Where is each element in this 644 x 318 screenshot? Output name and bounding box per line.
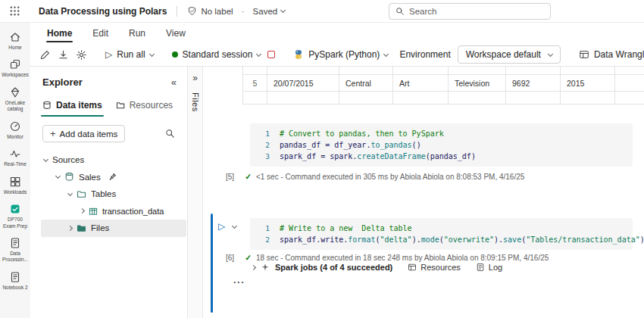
- rail-label: Notebook 2: [2, 285, 27, 291]
- play-icon: ▷: [105, 50, 112, 59]
- chevron-down-icon: [280, 8, 286, 13]
- home-icon: [9, 31, 21, 43]
- rail-label: Data Processin...: [1, 251, 30, 263]
- lakehouse-icon: [64, 172, 74, 182]
- tab-run[interactable]: Run: [129, 23, 145, 43]
- tree-node-transaction-data[interactable]: transaction_data: [41, 203, 186, 220]
- tab-resources[interactable]: Resources: [110, 95, 179, 117]
- chevron-down-icon: [43, 157, 48, 162]
- plus-icon: +: [50, 129, 56, 139]
- navigation-rail: Home Workspaces OneLake catalog Monitor …: [0, 23, 30, 318]
- rail-item-notebook-current[interactable]: Data Processin...: [0, 233, 30, 267]
- rail-item-monitor[interactable]: Monitor: [0, 117, 30, 144]
- search-input[interactable]: [409, 7, 544, 16]
- code-line: 1# Convert to pandas, then to PySpark: [256, 128, 627, 139]
- chevron-down-icon[interactable]: [232, 223, 237, 228]
- sensitivity-label-button[interactable]: No label: [187, 6, 233, 16]
- grid-row-clipped: [243, 67, 644, 75]
- execution-count: [6]: [226, 254, 234, 262]
- log-button[interactable]: Log: [476, 263, 502, 272]
- notebook-icon: [9, 237, 21, 249]
- pin-icon[interactable]: [108, 173, 117, 181]
- top-bar: Data Processing using Polars No label · …: [0, 0, 644, 23]
- code-line: 2pandas_df = df_year.to_pandas(): [256, 139, 627, 151]
- monitor-icon: [9, 120, 21, 132]
- rail-label: Home: [8, 45, 21, 51]
- resources-button[interactable]: Resources: [408, 263, 461, 272]
- cell-2-controls: ▷: [218, 222, 236, 231]
- cell-2-status: [6] ✓ 18 sec - Command executed in 18 se…: [226, 253, 549, 262]
- environment-button[interactable]: Environment: [399, 49, 450, 60]
- rail-item-workspaces[interactable]: Workspaces: [0, 55, 30, 82]
- real-time-icon: [9, 148, 21, 160]
- gear-icon: [76, 49, 87, 61]
- pen-icon: [39, 49, 51, 61]
- tab-view[interactable]: View: [166, 23, 186, 43]
- spark-jobs-label[interactable]: Spark jobs (4 of 4 succeeded): [275, 263, 392, 272]
- cell-1-status: [5] ✓ <1 sec - Command executed in 305 m…: [226, 172, 524, 181]
- expand-jobs-icon[interactable]: [251, 264, 256, 270]
- ribbon-toolbar: ▷ Run all Standard session PySpark (Pyth…: [30, 43, 644, 67]
- grid-cell: Television: [449, 75, 506, 91]
- workspaces-icon: [9, 58, 21, 70]
- save-status-text: Saved: [253, 7, 278, 16]
- rail-item-workspace-dp700[interactable]: DP700 Exam Prep: [0, 199, 30, 233]
- rail-item-real-time[interactable]: Real-Time: [0, 144, 30, 171]
- add-data-items-button[interactable]: + Add data items: [42, 125, 125, 142]
- tree-node-sales-lakehouse[interactable]: Sales: [41, 169, 186, 186]
- run-cell-button[interactable]: ▷: [218, 222, 225, 231]
- workspace-default-dropdown[interactable]: Workspace default: [458, 45, 561, 64]
- tab-edit[interactable]: Edit: [92, 23, 108, 43]
- line-number: 2: [256, 234, 270, 245]
- fabric-notebook-window: Data Processing using Polars No label · …: [0, 0, 644, 318]
- tree-node-tables-folder[interactable]: Tables: [41, 186, 186, 203]
- code-text: pandas_df = df_year.to_pandas(): [280, 139, 421, 151]
- chevron-down-icon: [67, 191, 73, 196]
- notebook-canvas: 5 20/07/2015 Central Art Television 9692…: [203, 67, 644, 318]
- session-label: Standard session: [183, 49, 253, 60]
- chevron-right-icon: [67, 226, 73, 231]
- collapse-explorer-button[interactable]: «: [171, 76, 177, 88]
- code-cell-2-editor[interactable]: 1# Write to a new Delta table2spark_df.w…: [250, 218, 633, 250]
- tree-node-sources[interactable]: Sources: [41, 151, 186, 169]
- cell-status-text: 18 sec - Command executed in 18 sec 248 …: [256, 254, 549, 262]
- explorer-search-icon[interactable]: [165, 129, 175, 139]
- rail-item-notebook-2[interactable]: Notebook 2: [0, 267, 30, 295]
- search-icon: [395, 7, 405, 16]
- rail-item-onelake-catalog[interactable]: OneLake catalog: [0, 83, 30, 117]
- global-search[interactable]: [389, 3, 551, 20]
- files-side-tab[interactable]: » Files: [188, 67, 203, 318]
- settings-button[interactable]: [76, 49, 87, 61]
- pen-button[interactable]: [39, 49, 51, 61]
- data-wrangler-button[interactable]: Data Wrangler: [579, 49, 644, 60]
- code-line: 1# Write to a new Delta table: [256, 223, 627, 234]
- session-status-button[interactable]: Standard session: [172, 49, 261, 60]
- cell-status-text: <1 sec - Command executed in 305 ms by A…: [256, 173, 524, 181]
- notebook-title: Data Processing using Polars: [39, 6, 167, 17]
- line-number: 2: [256, 139, 270, 151]
- expand-panel-icon[interactable]: »: [192, 73, 198, 83]
- app-launcher-icon[interactable]: [9, 5, 21, 17]
- tab-home[interactable]: Home: [47, 23, 72, 43]
- resources-icon: [408, 263, 417, 272]
- tree-node-label: Files: [91, 223, 109, 232]
- line-number: 3: [256, 151, 270, 162]
- rail-item-workloads[interactable]: Workloads: [0, 172, 30, 199]
- save-status-button[interactable]: Saved: [253, 7, 286, 16]
- data-wrangler-icon: [579, 49, 589, 60]
- run-all-label: Run all: [117, 49, 145, 60]
- kernel-language-button[interactable]: PySpark (Python): [293, 49, 388, 60]
- execution-count: [5]: [226, 173, 234, 181]
- rail-item-home[interactable]: Home: [0, 27, 30, 55]
- folder-icon: [77, 223, 86, 233]
- tab-data-items[interactable]: Data items: [36, 95, 108, 117]
- code-line: 3spark_df = spark.createDataFrame(pandas…: [256, 151, 627, 162]
- stop-session-button[interactable]: [267, 51, 275, 58]
- grid-row-index: 5: [243, 75, 267, 91]
- code-cell-1-editor[interactable]: 1# Convert to pandas, then to PySpark2pa…: [250, 123, 633, 167]
- python-icon: [293, 49, 304, 60]
- success-check-icon: ✓: [245, 172, 252, 181]
- run-all-button[interactable]: ▷ Run all: [105, 49, 154, 60]
- tree-node-files-folder[interactable]: Files: [41, 220, 186, 237]
- download-button[interactable]: [58, 49, 69, 61]
